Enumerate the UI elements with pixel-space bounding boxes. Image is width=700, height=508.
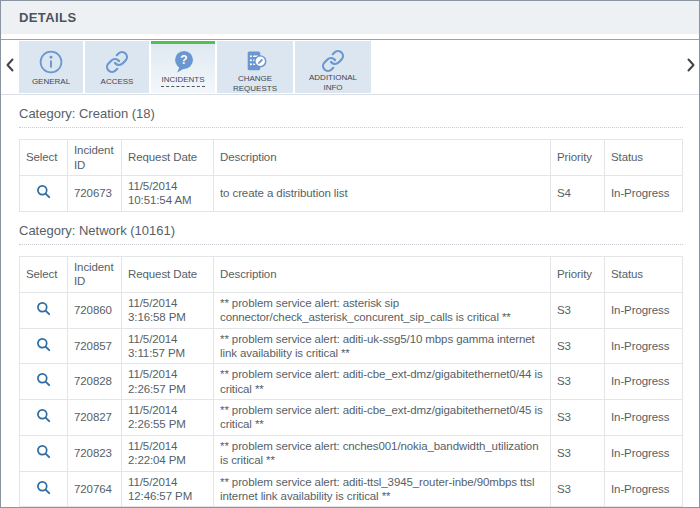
tab-label: GENERAL (32, 77, 70, 87)
magnifier-icon (36, 408, 51, 426)
tab-label: CHANGE REQUESTS (222, 74, 288, 95)
view-incident-button[interactable] (36, 480, 51, 498)
column-header-priority: Priority (551, 140, 605, 176)
view-incident-button[interactable] (36, 372, 51, 390)
incident-row: 72085711/5/2014 3:11:57 PM** problem ser… (20, 328, 683, 364)
status-cell: In-Progress (605, 176, 683, 212)
status-cell: In-Progress (605, 471, 683, 507)
tab-change-requests[interactable]: CHANGE REQUESTS (217, 41, 293, 93)
tab-general[interactable]: GENERAL (19, 41, 83, 93)
request-date-cell: 11/5/2014 2:26:57 PM (122, 364, 214, 400)
tabs-scroll-left-button[interactable] (1, 40, 18, 94)
tab-label: INCIDENTS (161, 75, 204, 87)
magnifier-icon (36, 337, 51, 355)
table-header-row: SelectIncident IDRequest DateDescription… (20, 140, 683, 176)
request-date-cell: 11/5/2014 2:22:04 PM (122, 435, 214, 471)
incident-id-cell: 720764 (68, 471, 122, 507)
status-cell: In-Progress (605, 364, 683, 400)
column-header-description: Description (214, 140, 551, 176)
category-heading: Category: Network (10161) (19, 212, 683, 245)
request-date-cell: 11/5/2014 2:26:55 PM (122, 400, 214, 436)
request-date-cell: 11/5/2014 3:16:58 PM (122, 292, 214, 328)
question-bubble-icon: ? (171, 49, 196, 74)
priority-cell: S3 (551, 292, 605, 328)
incident-id-cell: 720823 (68, 435, 122, 471)
request-date-cell: 11/5/2014 12:46:57 PM (122, 471, 214, 507)
info-icon (38, 49, 64, 74)
description-cell: ** problem service alert: aditi-cbe_ext-… (214, 400, 551, 436)
column-header-request-date: Request Date (122, 140, 214, 176)
incident-row: 72086011/5/2014 3:16:58 PM** problem ser… (20, 292, 683, 328)
incident-id-cell: 720673 (68, 176, 122, 212)
column-header-priority: Priority (551, 256, 605, 292)
view-incident-button[interactable] (36, 444, 51, 462)
priority-cell: S4 (551, 176, 605, 212)
status-cell: In-Progress (605, 400, 683, 436)
incident-id-cell: 720827 (68, 400, 122, 436)
incident-row: 72067311/5/2014 10:51:54 AMto create a d… (20, 176, 683, 212)
svg-text:?: ? (180, 53, 187, 67)
magnifier-icon (36, 184, 51, 202)
tab-access[interactable]: ACCESS (85, 41, 149, 93)
tab-label: ADDITIONAL INFO (300, 73, 366, 94)
incidents-table: SelectIncident IDRequest DateDescription… (19, 139, 683, 212)
tab-incidents[interactable]: ?INCIDENTS (151, 41, 215, 93)
magnifier-icon (36, 480, 51, 498)
view-incident-button[interactable] (36, 337, 51, 355)
description-cell: to create a distribution list (214, 176, 551, 212)
description-cell: ** problem service alert: asterisk sip c… (214, 292, 551, 328)
chevron-right-icon (687, 58, 695, 76)
priority-cell: S3 (551, 328, 605, 364)
view-incident-button[interactable] (36, 408, 51, 426)
incident-id-cell: 720860 (68, 292, 122, 328)
description-cell: ** problem service alert: aditi-ttsl_394… (214, 471, 551, 507)
description-cell: ** problem service alert: cnches001/noki… (214, 435, 551, 471)
incident-row: 72082711/5/2014 2:26:55 PM** problem ser… (20, 400, 683, 436)
link-icon (321, 49, 345, 73)
column-header-description: Description (214, 256, 551, 292)
chevron-left-icon (6, 58, 14, 76)
incident-id-cell: 720828 (68, 364, 122, 400)
magnifier-icon (36, 372, 51, 390)
select-cell (20, 364, 68, 400)
magnifier-icon (36, 301, 51, 319)
priority-cell: S3 (551, 435, 605, 471)
request-date-cell: 11/5/2014 3:11:57 PM (122, 328, 214, 364)
select-cell (20, 328, 68, 364)
category-heading: Category: Creation (18) (19, 95, 683, 128)
column-header-select: Select (20, 256, 68, 292)
incident-row: 72082311/5/2014 2:22:04 PM** problem ser… (20, 435, 683, 471)
magnifier-icon (36, 444, 51, 462)
column-header-status: Status (605, 140, 683, 176)
select-cell (20, 435, 68, 471)
link-icon (105, 49, 129, 74)
panel-header: DETAILS (1, 1, 699, 34)
tabs-scroll-right-button[interactable] (682, 40, 699, 94)
incident-id-cell: 720857 (68, 328, 122, 364)
tabs-container: GENERALACCESS?INCIDENTSCHANGE REQUESTSAD… (18, 40, 371, 94)
incidents-content: Category: Creation (18)SelectIncident ID… (1, 95, 699, 507)
tab-additional-info[interactable]: ADDITIONAL INFO (295, 41, 371, 93)
incident-row: 72082811/5/2014 2:26:57 PM** problem ser… (20, 364, 683, 400)
select-cell (20, 176, 68, 212)
change-requests-icon (243, 49, 268, 74)
view-incident-button[interactable] (36, 184, 51, 202)
select-cell (20, 292, 68, 328)
select-cell (20, 400, 68, 436)
column-header-status: Status (605, 256, 683, 292)
incidents-table: SelectIncident IDRequest DateDescription… (19, 256, 683, 508)
priority-cell: S3 (551, 364, 605, 400)
panel-title: DETAILS (19, 10, 76, 25)
status-cell: In-Progress (605, 435, 683, 471)
priority-cell: S3 (551, 400, 605, 436)
column-header-request-date: Request Date (122, 256, 214, 292)
view-incident-button[interactable] (36, 301, 51, 319)
status-cell: In-Progress (605, 292, 683, 328)
column-header-incident-id: Incident ID (68, 140, 122, 176)
incident-row: 72076411/5/2014 12:46:57 PM** problem se… (20, 471, 683, 507)
description-cell: ** problem service alert: aditi-uk-ssg5/… (214, 328, 551, 364)
tab-label: ACCESS (101, 77, 134, 87)
table-header-row: SelectIncident IDRequest DateDescription… (20, 256, 683, 292)
column-header-incident-id: Incident ID (68, 256, 122, 292)
priority-cell: S3 (551, 471, 605, 507)
